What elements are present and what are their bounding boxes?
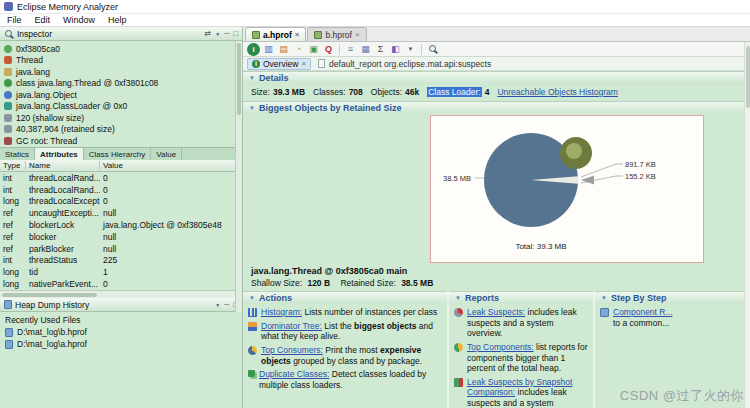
view-menu-icon[interactable] xyxy=(215,300,220,309)
dominator-tree-icon[interactable] xyxy=(277,43,290,56)
top-consumers-icon[interactable] xyxy=(292,43,305,56)
table-row[interactable]: intthreadLocalRand...0 xyxy=(0,184,242,196)
calculator-icon[interactable] xyxy=(374,43,387,56)
overview-inner-tab[interactable]: Overview xyxy=(247,58,311,70)
minimize-icon[interactable] xyxy=(224,29,229,38)
cell-name: uncaughtExcepti... xyxy=(26,208,100,218)
tab-value[interactable]: Value xyxy=(151,148,182,160)
search-icon[interactable] xyxy=(426,43,439,56)
inspector-item[interactable]: Thread xyxy=(0,55,242,67)
inspector-item[interactable]: 40,387,904 (retained size) xyxy=(0,124,242,136)
report-item-snapshot-comparison: Leak Suspects by Snapshot Comparison: in… xyxy=(454,377,588,408)
horizontal-scrollbar[interactable] xyxy=(0,290,242,298)
maximize-icon[interactable] xyxy=(233,29,238,38)
toolbar-separator xyxy=(339,44,340,55)
close-icon[interactable] xyxy=(355,30,360,39)
thread-overview-icon[interactable] xyxy=(344,43,357,56)
cell-type: long xyxy=(0,196,26,206)
biggest-object-caption: java.lang.Thread @ 0xf3805ca0 main Shall… xyxy=(243,264,750,291)
section-biggest-objects[interactable]: Biggest Objects by Retained Size xyxy=(243,101,750,114)
duplicate-classes-link[interactable]: Duplicate Classes: xyxy=(259,369,329,379)
compare-icon[interactable] xyxy=(389,43,402,56)
scrollbar-thumb[interactable] xyxy=(746,46,750,108)
inspector-item[interactable]: java.lang.Object xyxy=(0,89,242,101)
scrollbar-thumb[interactable] xyxy=(237,43,241,115)
table-row[interactable]: longnativeParkEvent...0 xyxy=(0,278,242,290)
table-row[interactable]: refuncaughtExcepti...null xyxy=(0,207,242,219)
table-row[interactable]: longthreadLocalExcepti...0 xyxy=(0,196,242,208)
vertical-scrollbar[interactable] xyxy=(235,41,242,312)
attributes-table: intthreadLocalRand...0 intthreadLocalRan… xyxy=(0,172,242,290)
oql-icon[interactable] xyxy=(322,43,335,56)
inspector-item[interactable]: 0xf3805ca0 xyxy=(0,43,242,55)
top-consumers-link[interactable]: Top Consumers: xyxy=(261,345,323,355)
section-title: Reports xyxy=(465,293,499,303)
table-row[interactable]: refblockerLockjava.lang.Object @ 0xf3805… xyxy=(0,219,242,231)
tab-class-hierarchy[interactable]: Class Hierarchy xyxy=(84,148,151,160)
histogram-icon[interactable] xyxy=(262,43,275,56)
section-details[interactable]: Details xyxy=(243,71,750,84)
section-step-by-step[interactable]: Step By Step xyxy=(595,291,750,304)
inspector-item-label: 0xf3805ca0 xyxy=(16,44,60,54)
section-actions[interactable]: Actions xyxy=(243,291,447,304)
top-components-icon xyxy=(454,343,463,352)
menu-help[interactable]: Help xyxy=(108,15,127,25)
cell-type: int xyxy=(0,185,26,195)
menu-edit[interactable]: Edit xyxy=(35,15,51,25)
inspector-object-list: 0xf3805ca0 Thread java.lang class java.l… xyxy=(0,41,242,147)
minimize-icon[interactable] xyxy=(224,300,229,309)
cell-type: int xyxy=(0,255,26,265)
heap-dump-history-header: Heap Dump History xyxy=(0,298,242,312)
cell-value: null xyxy=(100,232,242,242)
unreachable-objects-link[interactable]: Unreachable Objects Histogram xyxy=(497,87,617,97)
dropdown-icon[interactable] xyxy=(404,43,417,56)
editor-tab-a-hprof[interactable]: a.hprof xyxy=(245,27,306,41)
inspector-item[interactable]: GC root: Thread xyxy=(0,135,242,147)
column-name[interactable]: Name xyxy=(26,161,100,170)
pie-label-3: 155.2 KB xyxy=(625,172,656,181)
cell-name: parkBlocker xyxy=(26,244,100,254)
column-type[interactable]: Type xyxy=(0,161,26,170)
menu-file[interactable]: File xyxy=(7,15,22,25)
classes-value: 708 xyxy=(349,87,363,97)
table-row[interactable]: refparkBlockernull xyxy=(0,243,242,255)
table-row[interactable]: longtid1 xyxy=(0,266,242,278)
close-icon[interactable] xyxy=(295,30,300,39)
attributes-table-header: Type Name Value xyxy=(0,160,242,172)
table-row[interactable]: refblockernull xyxy=(0,231,242,243)
table-row[interactable]: intthreadLocalRand...0 xyxy=(0,172,242,184)
top-components-link[interactable]: Top Components: xyxy=(467,342,534,352)
inspector-item[interactable]: java.lang.ClassLoader @ 0x0 xyxy=(0,101,242,113)
view-menu-icon[interactable] xyxy=(215,29,220,38)
inspector-item[interactable]: java.lang xyxy=(0,66,242,78)
menu-window[interactable]: Window xyxy=(63,15,95,25)
inspector-item[interactable]: class java.lang.Thread @ 0xf3801c08 xyxy=(0,78,242,90)
biggest-objects-pie-chart[interactable]: 38.5 MB 891.7 KB 155.2 KB Total: 39.3 MB xyxy=(431,116,703,262)
reports-column: Reports Leak Suspects: includes leak sus… xyxy=(447,291,593,408)
editor-tab-b-hprof[interactable]: b.hprof xyxy=(307,27,366,41)
vertical-scrollbar[interactable] xyxy=(744,42,750,408)
component-report-link[interactable]: Component R... xyxy=(613,307,673,318)
histogram-link[interactable]: Histogram: xyxy=(261,307,302,317)
close-icon[interactable] xyxy=(301,59,306,68)
leak-suspects-link[interactable]: Leak Suspects: xyxy=(467,307,525,317)
tab-attributes[interactable]: Attributes xyxy=(35,148,84,160)
sync-with-editor-icon[interactable] xyxy=(205,29,212,38)
menubar: File Edit Window Help xyxy=(0,14,750,27)
inspector-item[interactable]: 120 (shallow size) xyxy=(0,112,242,124)
dominator-tree-link[interactable]: Dominator Tree: xyxy=(261,321,322,331)
action-desc: Print the most xyxy=(323,345,380,355)
tab-statics[interactable]: Statics xyxy=(0,148,35,160)
heap-file-item[interactable]: D:\mat_log\b.hprof xyxy=(5,326,237,338)
group-icon[interactable] xyxy=(359,43,372,56)
inspector-item-label: 120 (shallow size) xyxy=(16,113,84,123)
column-value[interactable]: Value xyxy=(100,161,242,170)
cell-value: 0 xyxy=(100,279,242,289)
overview-icon[interactable] xyxy=(247,43,260,56)
section-reports[interactable]: Reports xyxy=(449,291,593,304)
heap-file-item[interactable]: D:\mat_log\a.hprof xyxy=(5,338,237,350)
section-title: Biggest Objects by Retained Size xyxy=(259,103,402,113)
duplicate-classes-icon[interactable] xyxy=(307,43,320,56)
table-row[interactable]: intthreadStatus225 xyxy=(0,255,242,267)
scrollbar-thumb[interactable] xyxy=(2,293,97,297)
